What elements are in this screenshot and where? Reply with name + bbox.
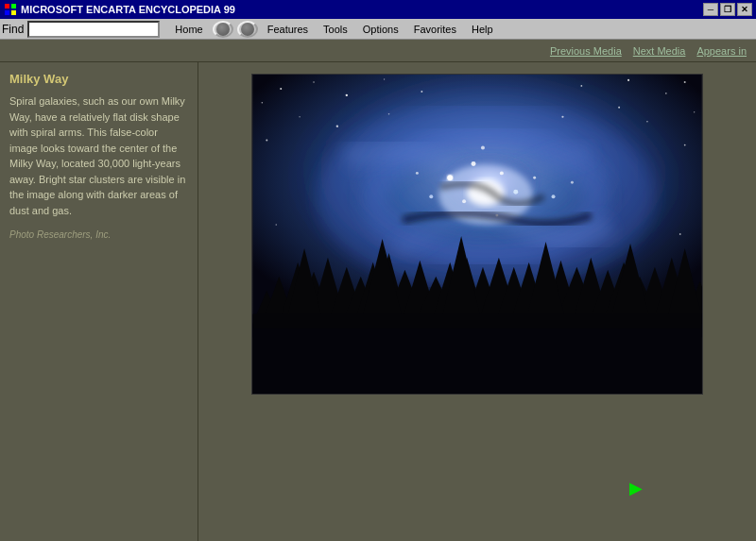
window-title: MICROSOFT ENCARTA ENCYCLOPEDIA 99 <box>21 4 235 15</box>
svg-point-16 <box>462 199 466 203</box>
svg-point-30 <box>627 79 629 81</box>
svg-point-40 <box>561 116 563 118</box>
svg-point-20 <box>552 194 556 198</box>
svg-point-42 <box>262 102 264 104</box>
svg-point-32 <box>684 81 686 83</box>
svg-point-17 <box>533 177 536 179</box>
svg-rect-3 <box>11 10 16 15</box>
menu-help[interactable]: Help <box>464 20 501 39</box>
svg-point-23 <box>481 146 485 150</box>
photo-credit: Photo Researchers, Inc. <box>9 229 188 240</box>
milky-way-image <box>251 74 703 395</box>
app-icon <box>4 3 17 16</box>
title-bar-left: MICROSOFT ENCARTA ENCYCLOPEDIA 99 <box>4 3 235 16</box>
back-button[interactable] <box>213 21 233 38</box>
svg-point-41 <box>694 111 695 112</box>
menu-home[interactable]: Home <box>167 20 210 39</box>
svg-point-33 <box>299 116 300 117</box>
svg-point-15 <box>513 190 518 194</box>
svg-point-31 <box>665 93 667 94</box>
article-body: Spiral galaxies, such as our own Milky W… <box>9 93 188 218</box>
svg-point-39 <box>388 113 390 115</box>
appears-in-link[interactable]: Appears in <box>691 45 752 57</box>
svg-point-34 <box>646 121 648 123</box>
svg-rect-0 <box>5 4 9 8</box>
close-button[interactable]: ✕ <box>737 3 752 16</box>
restore-button[interactable]: ❐ <box>720 3 735 16</box>
title-bar: MICROSOFT ENCARTA ENCYCLOPEDIA 99 ─ ❐ ✕ <box>0 0 756 19</box>
title-bar-controls[interactable]: ─ ❐ ✕ <box>703 3 752 16</box>
svg-point-14 <box>500 171 504 175</box>
find-area: Find <box>2 21 160 38</box>
menu-features[interactable]: Features <box>260 20 316 39</box>
svg-point-25 <box>313 81 315 83</box>
svg-rect-81 <box>252 314 701 329</box>
next-media-link[interactable]: Next Media <box>627 45 692 57</box>
find-label: Find <box>2 23 24 36</box>
svg-point-29 <box>580 85 582 87</box>
svg-point-13 <box>472 161 476 166</box>
svg-point-18 <box>429 194 433 198</box>
forward-button[interactable] <box>237 21 258 38</box>
menu-tools[interactable]: Tools <box>316 20 355 39</box>
find-input[interactable] <box>27 21 160 38</box>
svg-point-27 <box>384 78 385 79</box>
menu-bar: Find Home Features Tools Options Favorit… <box>0 19 756 40</box>
content-toolbar: Previous Media Next Media Appears in <box>0 40 756 62</box>
svg-point-12 <box>447 175 453 180</box>
svg-point-44 <box>679 233 681 235</box>
svg-point-36 <box>684 144 686 146</box>
svg-point-24 <box>280 88 282 90</box>
menu-favorites[interactable]: Favorites <box>406 20 464 39</box>
svg-rect-1 <box>11 4 16 8</box>
article-title: Milky Way <box>9 72 188 86</box>
minimize-button[interactable]: ─ <box>703 3 718 16</box>
previous-media-link[interactable]: Previous Media <box>544 45 627 57</box>
svg-point-35 <box>266 140 267 142</box>
main-content: Milky Way Spiral galaxies, such as our o… <box>0 62 756 541</box>
svg-point-37 <box>336 125 338 127</box>
svg-point-43 <box>275 224 277 226</box>
image-area <box>198 62 756 541</box>
svg-point-21 <box>416 172 419 175</box>
svg-rect-82 <box>252 328 701 394</box>
svg-point-38 <box>618 107 620 109</box>
svg-point-22 <box>571 181 574 184</box>
svg-point-26 <box>346 94 348 96</box>
left-panel: Milky Way Spiral galaxies, such as our o… <box>0 62 198 541</box>
svg-rect-2 <box>5 10 9 15</box>
svg-point-28 <box>421 91 422 93</box>
menu-options[interactable]: Options <box>355 20 406 39</box>
